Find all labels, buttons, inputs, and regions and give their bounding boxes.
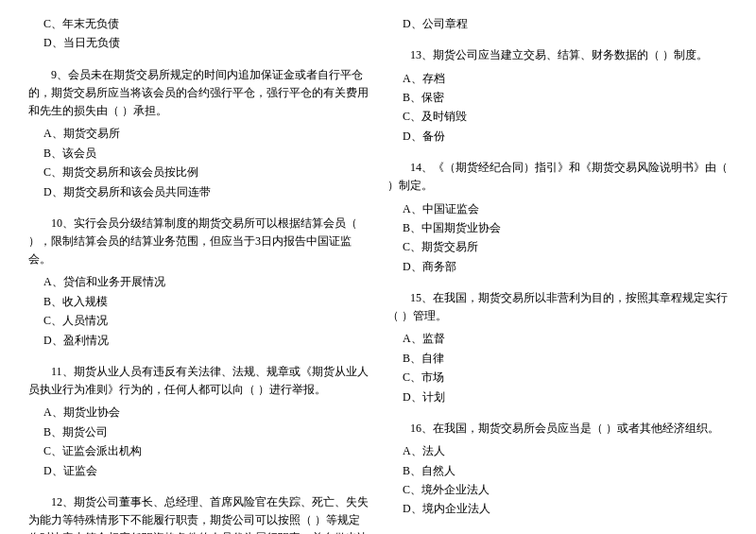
q13-option-d: D、备份 [387,127,728,146]
question-14-block: 14、《（期货经纪合同）指引》和《期货交易风险说明书》由（ ）制定。 A、中国证… [387,159,728,276]
question-9-text: 9、会员未在期货交易所规定的时间内追加保证金或者自行平仓的，期货交易所应当将该会… [28,66,369,121]
question-16-text: 16、在我国，期货交易所会员应当是（ ）或者其他经济组织。 [387,420,728,438]
q10-option-d: D、盈利情况 [28,331,369,350]
q15-option-d: D、计划 [387,388,728,406]
right-column: D、公司章程 13、期货公司应当建立交易、结算、财务数据的（ ）制度。 A、存档… [387,14,728,534]
option-d-top: D、当日无负债 [28,33,369,52]
question-9-block: 9、会员未在期货交易所规定的时间内追加保证金或者自行平仓的，期货交易所应当将该会… [28,66,369,201]
q11-option-c: C、证监会派出机构 [28,441,369,460]
q16-option-a: A、法人 [387,441,728,460]
option-c-top: C、年末无负债 [28,14,369,33]
q10-option-b: B、收入规模 [28,292,369,311]
option-d-company: D、公司章程 [387,14,728,33]
two-column-layout: C、年末无负债 D、当日无负债 9、会员未在期货交易所规定的时间内追加保证金或者… [28,14,728,534]
q9-option-d: D、期货交易所和该会员共同连带 [28,182,369,201]
q11-option-a: A、期货业协会 [28,403,369,422]
question-15-text: 15、在我国，期货交易所以非营利为目的，按照其章程规定实行（ ）管理。 [387,289,728,325]
q14-option-d: D、商务部 [387,257,728,276]
q16-option-c: C、境外企业法人 [387,480,728,499]
q11-option-b: B、期货公司 [28,422,369,441]
question-16-block: 16、在我国，期货交易所会员应当是（ ）或者其他经济组织。 A、法人 B、自然人… [387,420,728,519]
question-13-text: 13、期货公司应当建立交易、结算、财务数据的（ ）制度。 [387,46,728,64]
q13-option-b: B、保密 [387,88,728,107]
q9-option-c: C、期货交易所和该会员按比例 [28,163,369,181]
q9-option-a: A、期货交易所 [28,124,369,143]
question-15-block: 15、在我国，期货交易所以非营利为目的，按照其章程规定实行（ ）管理。 A、监督… [387,289,728,406]
question-11-text: 11、期货从业人员有违反有关法律、法规、规章或《期货从业人员执业行为准则》行为的… [28,363,369,399]
q11-option-d: D、证监会 [28,461,369,480]
question-12-block: 12、期货公司董事长、总经理、首席风险官在失踪、死亡、失失为能力等特殊情形下不能… [28,493,369,534]
q13-option-a: A、存档 [387,69,728,88]
q14-option-c: C、期货交易所 [387,237,728,256]
q16-option-d: D、境内企业法人 [387,499,728,518]
question-11-block: 11、期货从业人员有违反有关法律、法规、规章或《期货从业人员执业行为准则》行为的… [28,363,369,480]
q9-option-b: B、该会员 [28,144,369,163]
left-column: C、年末无负债 D、当日无负债 9、会员未在期货交易所规定的时间内追加保证金或者… [28,14,369,534]
question-10-block: 10、实行会员分级结算制度的期货交易所可以根据结算会员（ ），限制结算会员的结算… [28,215,369,350]
q14-option-b: B、中国期货业协会 [387,218,728,237]
question-12-text: 12、期货公司董事长、总经理、首席风险官在失踪、死亡、失失为能力等特殊情形下不能… [28,493,369,534]
q14-option-a: A、中国证监会 [387,199,728,218]
q10-option-a: A、贷信和业务开展情况 [28,272,369,291]
q-cd-block: C、年末无负债 D、当日无负债 [28,14,369,53]
q15-option-b: B、自律 [387,349,728,368]
question-13-block: 13、期货公司应当建立交易、结算、财务数据的（ ）制度。 A、存档 B、保密 C… [387,46,728,146]
q13-option-c: C、及时销毁 [387,107,728,126]
q16-option-b: B、自然人 [387,461,728,480]
question-14-text: 14、《（期货经纪合同）指引》和《期货交易风险说明书》由（ ）制定。 [387,159,728,195]
q-d-company-block: D、公司章程 [387,14,728,33]
q10-option-c: C、人员情况 [28,311,369,330]
q15-option-c: C、市场 [387,368,728,387]
page-wrapper: C、年末无负债 D、当日无负债 9、会员未在期货交易所规定的时间内追加保证金或者… [28,14,728,534]
question-10-text: 10、实行会员分级结算制度的期货交易所可以根据结算会员（ ），限制结算会员的结算… [28,215,369,269]
q15-option-a: A、监督 [387,329,728,348]
